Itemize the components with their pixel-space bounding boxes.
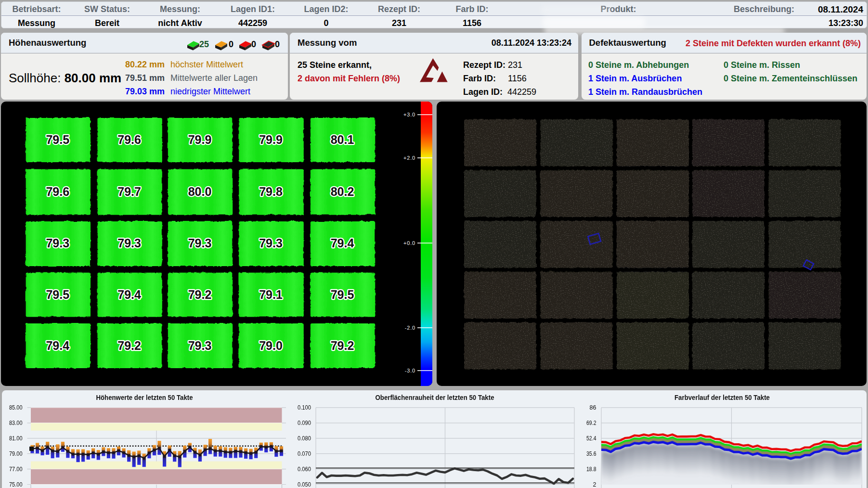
- svg-text:2: 2: [593, 481, 596, 488]
- svg-text:Höhenwerte der letzten 50 Takt: Höhenwerte der letzten 50 Takte: [96, 394, 193, 401]
- svg-text:69.2: 69.2: [586, 419, 596, 426]
- svg-text:18.8: 18.8: [586, 465, 596, 473]
- svg-text:86: 86: [590, 404, 596, 411]
- svg-text:Oberflächenrauheit der letzten: Oberflächenrauheit der letzten 50 Takte: [376, 394, 494, 401]
- svg-text:0.090: 0.090: [298, 419, 311, 426]
- svg-text:52.4: 52.4: [586, 435, 596, 442]
- svg-text:81.00: 81.00: [9, 435, 23, 442]
- svg-text:Farbverlauf der letzten 50 Tak: Farbverlauf der letzten 50 Takte: [674, 394, 770, 401]
- svg-text:0.080: 0.080: [298, 435, 311, 442]
- svg-text:83.00: 83.00: [9, 419, 23, 426]
- svg-text:35.6: 35.6: [586, 450, 596, 457]
- svg-text:0.070: 0.070: [298, 450, 311, 457]
- svg-text:0.100: 0.100: [298, 404, 311, 411]
- svg-text:0.050: 0.050: [298, 481, 311, 488]
- svg-text:77.00: 77.00: [9, 465, 23, 473]
- svg-text:75.00: 75.00: [9, 481, 23, 488]
- svg-text:85.00: 85.00: [9, 404, 23, 411]
- svg-text:79.00: 79.00: [9, 450, 23, 457]
- svg-text:0.060: 0.060: [298, 465, 311, 473]
